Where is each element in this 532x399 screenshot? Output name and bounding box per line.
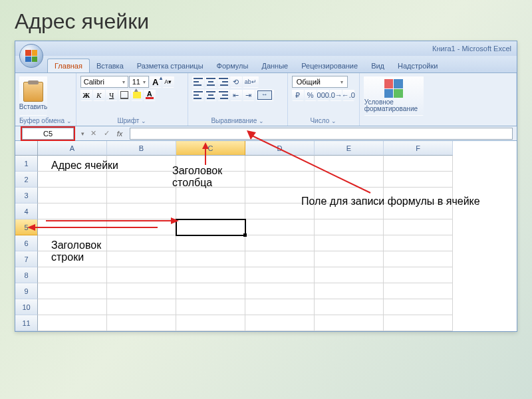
cell[interactable]	[245, 315, 315, 331]
dialog-launcher-icon[interactable]: ⌄	[331, 118, 336, 124]
formula-input[interactable]	[130, 128, 513, 140]
conditional-formatting-button[interactable]: Условное форматирование	[364, 76, 424, 116]
cell[interactable]	[315, 156, 384, 172]
cell[interactable]	[107, 188, 176, 203]
border-button[interactable]	[118, 89, 130, 101]
decrease-indent-button[interactable]: ⇤	[230, 89, 242, 101]
row-header[interactable]: 5	[15, 219, 38, 235]
shrink-font-button[interactable]: A▾	[162, 76, 174, 88]
cell[interactable]	[176, 283, 245, 299]
cell[interactable]	[245, 219, 315, 235]
percent-button[interactable]: %	[305, 89, 317, 101]
cell[interactable]	[315, 235, 384, 251]
currency-button[interactable]: ₽	[292, 89, 304, 101]
cell[interactable]	[384, 267, 453, 283]
tab-home[interactable]: Главная	[47, 59, 90, 72]
tab-formulas[interactable]: Формулы	[210, 59, 255, 72]
orientation-button[interactable]: ⟲	[230, 76, 242, 88]
row-header[interactable]: 3	[15, 188, 38, 203]
cell[interactable]	[315, 219, 384, 235]
increase-decimal-button[interactable]: .0→	[330, 89, 342, 101]
cell[interactable]	[315, 172, 384, 188]
cell[interactable]	[245, 251, 315, 267]
cell[interactable]	[384, 172, 453, 188]
align-middle-button[interactable]	[205, 76, 217, 88]
cell[interactable]	[384, 156, 453, 172]
cell[interactable]	[38, 267, 107, 283]
align-right-button[interactable]	[217, 89, 229, 101]
cell[interactable]	[384, 251, 453, 267]
cell[interactable]	[107, 219, 176, 235]
dialog-launcher-icon[interactable]: ⌄	[66, 118, 72, 124]
select-all-corner[interactable]	[15, 141, 38, 156]
cell[interactable]	[176, 219, 245, 235]
cell[interactable]	[245, 172, 315, 188]
number-format-select[interactable]: Общий▾	[292, 76, 348, 88]
cell[interactable]	[38, 299, 107, 315]
row-header[interactable]: 7	[15, 251, 38, 267]
row-header[interactable]: 1	[15, 156, 38, 172]
cell[interactable]	[38, 315, 107, 331]
align-left-button[interactable]	[192, 89, 204, 101]
cell[interactable]	[384, 315, 453, 331]
cell[interactable]	[176, 188, 245, 203]
comma-button[interactable]: 000	[317, 89, 329, 101]
enter-button[interactable]: ✓	[100, 128, 112, 139]
italic-button[interactable]: К	[93, 89, 105, 101]
cell[interactable]	[384, 219, 453, 235]
align-bottom-button[interactable]	[217, 76, 229, 88]
cell[interactable]	[107, 315, 176, 331]
column-header[interactable]: A	[38, 141, 107, 156]
cell[interactable]	[176, 203, 245, 219]
dialog-launcher-icon[interactable]: ⌄	[259, 118, 264, 124]
row-header[interactable]: 4	[15, 203, 38, 219]
wrap-text-button[interactable]: ab↵	[243, 76, 259, 88]
cell[interactable]	[315, 267, 384, 283]
name-box[interactable]: C5	[22, 128, 74, 140]
increase-indent-button[interactable]: ⇥	[243, 89, 255, 101]
row-header[interactable]: 2	[15, 172, 38, 188]
cell[interactable]	[107, 283, 176, 299]
tab-view[interactable]: Вид	[364, 59, 391, 72]
cell[interactable]	[384, 299, 453, 315]
grow-font-button[interactable]: A	[150, 76, 162, 88]
cell[interactable]	[38, 203, 107, 219]
paste-button[interactable]: Вставить	[19, 76, 47, 116]
row-header[interactable]: 9	[15, 283, 38, 299]
cell[interactable]	[245, 299, 315, 315]
cell[interactable]	[315, 315, 384, 331]
cell[interactable]	[176, 235, 245, 251]
font-color-button[interactable]: A	[144, 89, 156, 101]
row-header[interactable]: 11	[15, 315, 38, 331]
tab-insert[interactable]: Вставка	[90, 59, 130, 72]
cell[interactable]	[176, 267, 245, 283]
cell[interactable]	[38, 283, 107, 299]
decrease-decimal-button[interactable]: ←.0	[342, 89, 354, 101]
column-header[interactable]: B	[107, 141, 176, 156]
cell[interactable]	[384, 235, 453, 251]
cell[interactable]	[176, 299, 245, 315]
align-top-button[interactable]	[192, 76, 204, 88]
cell[interactable]	[245, 156, 315, 172]
cell[interactable]	[315, 251, 384, 267]
column-header[interactable]: F	[384, 141, 453, 156]
cell[interactable]	[107, 172, 176, 188]
tab-data[interactable]: Данные	[255, 59, 295, 72]
column-header[interactable]: D	[245, 141, 315, 156]
cell[interactable]	[107, 267, 176, 283]
tab-review[interactable]: Рецензирование	[295, 59, 364, 72]
column-header[interactable]: C	[176, 141, 245, 156]
cell[interactable]	[315, 283, 384, 299]
fill-color-button[interactable]	[131, 89, 143, 101]
cell[interactable]	[245, 267, 315, 283]
tab-page-layout[interactable]: Разметка страницы	[130, 59, 210, 72]
row-header[interactable]: 8	[15, 267, 38, 283]
row-header[interactable]: 10	[15, 299, 38, 315]
cell[interactable]	[38, 172, 107, 188]
name-box-dropdown[interactable]: ▾	[78, 130, 87, 137]
cell[interactable]	[107, 299, 176, 315]
fx-button[interactable]: fх	[114, 128, 126, 139]
cell[interactable]	[245, 235, 315, 251]
row-header[interactable]: 6	[15, 235, 38, 251]
font-name-select[interactable]: Calibri▾	[80, 76, 128, 88]
